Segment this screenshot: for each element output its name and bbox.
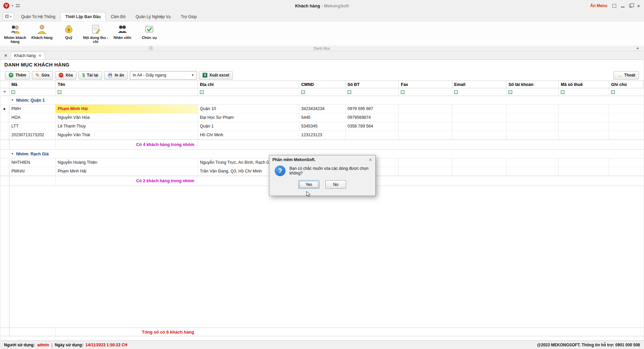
cell-ghichu[interactable]: [609, 131, 644, 140]
cell-ten[interactable]: Nguyễn Hoàng Thiện: [56, 158, 198, 167]
dialog-titlebar[interactable]: Phần mềm MekonSoft. ✕: [269, 155, 375, 164]
table-row[interactable]: 20230713173202 Nguyễn Văn Thái Hồ Chí Mi…: [0, 131, 644, 140]
cell-ten[interactable]: Nguyễn Văn Thái: [56, 131, 198, 140]
quick-access-chevron-icon[interactable]: ▾: [12, 4, 13, 7]
table-row[interactable]: PMH Phạm Minh Hải Quận 10 3423434234 097…: [0, 105, 644, 113]
cell-ten[interactable]: Nguyễn Văn Hòa: [56, 113, 198, 122]
cell-diachi[interactable]: Quận 1: [198, 122, 299, 131]
filter-masothue[interactable]: [559, 88, 609, 96]
cell-ma[interactable]: PMH: [9, 105, 56, 113]
reload-button[interactable]: $Tải lại: [78, 71, 102, 80]
cell-sotaikhoan[interactable]: [506, 167, 559, 176]
filter-fax[interactable]: [399, 88, 452, 96]
cell-sotaikhoan[interactable]: [506, 122, 559, 131]
cell-email[interactable]: [452, 131, 506, 140]
filter-sodt[interactable]: [345, 88, 399, 96]
col-ma[interactable]: Mã: [9, 81, 56, 88]
cell-cmnd[interactable]: 5445: [299, 113, 345, 122]
filter-diachi[interactable]: [198, 88, 299, 96]
restore-icon[interactable]: [629, 4, 632, 7]
cell-ma[interactable]: 20230713173202: [9, 131, 56, 140]
filter-sotaikhoan[interactable]: [506, 88, 559, 96]
export-excel-button[interactable]: XXuất excel: [199, 71, 233, 80]
col-email[interactable]: Email: [452, 81, 506, 88]
col-cmnd[interactable]: CMND: [299, 81, 345, 88]
filter-ghichu[interactable]: [609, 88, 644, 96]
filter-ten[interactable]: [56, 88, 198, 96]
cell-ten[interactable]: Lê Thanh Thúy: [56, 122, 198, 131]
table-row[interactable]: LTT Lê Thanh Thúy Quận 1 5345345 0358 78…: [0, 122, 644, 131]
delete-button[interactable]: −Xóa: [55, 71, 76, 80]
cell-sodt[interactable]: 0358 789 564: [345, 122, 399, 131]
cell-cmnd[interactable]: 123123123: [299, 131, 345, 140]
col-ten[interactable]: Tên: [56, 81, 198, 88]
exit-button[interactable]: →Thoát: [613, 71, 639, 80]
cell-ma[interactable]: NHTHIEN: [9, 158, 56, 167]
cell-fax[interactable]: [399, 105, 452, 113]
cell-diachi[interactable]: Hồ Chí Minh: [198, 131, 299, 140]
collapse-triangle-icon[interactable]: ▼: [11, 152, 14, 155]
cell-fax[interactable]: [399, 131, 452, 140]
cell-email[interactable]: [452, 122, 506, 131]
col-masothue[interactable]: Mã số thuế: [559, 81, 609, 88]
cell-ten-selected[interactable]: Phạm Minh Hải: [56, 105, 198, 113]
collapse-triangle-icon[interactable]: ▼: [11, 99, 14, 102]
cell-ghichu[interactable]: [609, 122, 644, 131]
add-button[interactable]: +Thêm: [5, 71, 30, 80]
print-format-select[interactable]: In A4 - Giấy ngang ▼: [130, 71, 197, 80]
cell-sodt[interactable]: 0979569874: [345, 113, 399, 122]
ribbon-item-noi-dung-thu-chi[interactable]: Nội dung thu - chi: [83, 23, 109, 44]
cell-ghichu[interactable]: [609, 113, 644, 122]
group-dialog-launcher-icon[interactable]: ▾: [149, 46, 153, 50]
cell-fax[interactable]: [399, 167, 452, 176]
cell-sodt[interactable]: 0979 595 987: [345, 105, 399, 113]
cell-diachi[interactable]: Đại Học Sư Phạm: [198, 113, 299, 122]
col-ghichu[interactable]: Ghi chú: [609, 81, 644, 88]
cell-masothue[interactable]: [559, 113, 609, 122]
print-button[interactable]: In ấn: [104, 71, 128, 80]
cell-diachi[interactable]: Quận 10: [198, 105, 299, 113]
cell-masothue[interactable]: [559, 167, 609, 176]
cell-cmnd[interactable]: 3423434234: [299, 105, 345, 113]
filter-ma[interactable]: [9, 88, 56, 96]
col-sotaikhoan[interactable]: Số tài khoản: [506, 81, 559, 88]
cell-masothue[interactable]: [559, 131, 609, 140]
cell-ghichu[interactable]: [609, 167, 644, 176]
cell-email[interactable]: [452, 158, 506, 167]
cell-cmnd[interactable]: 5345345: [299, 122, 345, 131]
ribbon-tab-thiet-lap-ban-dau[interactable]: Thiết Lập Ban Đầu: [60, 12, 106, 21]
cell-ghichu[interactable]: [609, 105, 644, 113]
cell-sotaikhoan[interactable]: [506, 113, 559, 122]
cell-masothue[interactable]: [559, 105, 609, 113]
col-diachi[interactable]: Địa chỉ: [198, 81, 299, 88]
group-header-quan-1[interactable]: ▼ Nhóm: Quận 1: [0, 96, 644, 105]
dialog-close-icon[interactable]: ✕: [369, 157, 372, 162]
ribbon-item-khach-hang[interactable]: Khách hàng: [29, 23, 55, 40]
col-fax[interactable]: Fax: [399, 81, 452, 88]
ribbon-launcher-button[interactable]: ▾: [3, 12, 14, 20]
cell-fax[interactable]: [399, 158, 452, 167]
ribbon-item-nhan-vien[interactable]: Nhân viên: [109, 23, 136, 40]
cell-ma[interactable]: LTT: [9, 122, 56, 131]
cell-masothue[interactable]: [559, 158, 609, 167]
pin-icon[interactable]: [16, 4, 20, 7]
filter-email[interactable]: [452, 88, 506, 96]
ribbon-item-quy[interactable]: $ Quỹ: [56, 23, 82, 40]
ribbon-item-chuc-vu[interactable]: Chức vụ: [136, 23, 162, 40]
cell-ma[interactable]: PMHAI: [9, 167, 56, 176]
cell-sotaikhoan[interactable]: [506, 131, 559, 140]
cell-ma[interactable]: HOA: [9, 113, 56, 122]
ribbon-tab-quan-ly-nghiep-vu[interactable]: Quản Lý Nghiệp Vụ: [130, 12, 176, 21]
cell-email[interactable]: [452, 167, 506, 176]
cell-email[interactable]: [452, 113, 506, 122]
cell-email[interactable]: [452, 105, 506, 113]
tab-close-icon[interactable]: ✕: [38, 53, 42, 58]
cell-ten[interactable]: Phạm Minh Hải: [56, 167, 198, 176]
edit-button[interactable]: ✎Sửa: [32, 71, 53, 80]
close-all-tabs-icon[interactable]: ✕: [3, 52, 9, 58]
cell-fax[interactable]: [399, 122, 452, 131]
no-button[interactable]: No: [325, 180, 346, 189]
cell-ghichu[interactable]: [609, 158, 644, 167]
ribbon-tab-cam-do[interactable]: Cầm Đồ: [106, 12, 130, 21]
ribbon-item-nhom-khach-hang[interactable]: Nhóm khách hàng: [2, 23, 28, 44]
